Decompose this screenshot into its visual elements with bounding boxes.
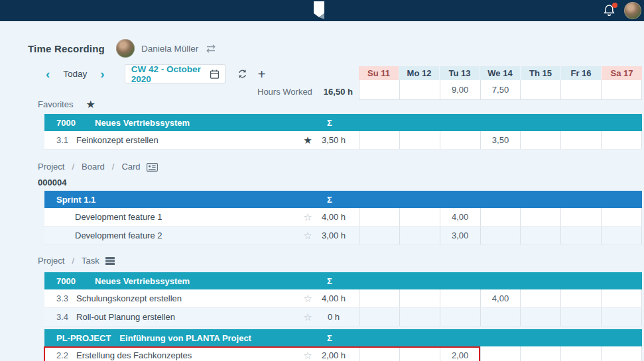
row-total-hours: 0 h — [314, 308, 354, 326]
time-entry-cell[interactable]: 3,00 — [440, 227, 481, 244]
time-entry-cell[interactable] — [400, 308, 440, 326]
time-entry-cell[interactable] — [440, 289, 481, 307]
title-row: Time Recording Daniela Müller — [28, 38, 644, 58]
time-entry-cell[interactable]: 4,00 — [481, 289, 521, 307]
time-entry-cell[interactable] — [400, 208, 440, 226]
task-code — [56, 227, 67, 244]
group-header: 7000Neues VertriebssystemΣ — [44, 114, 642, 131]
today-button[interactable]: Today — [63, 69, 87, 79]
week-picker[interactable]: CW 42 - October 2020 — [125, 64, 225, 83]
previous-week-button[interactable]: ‹ — [44, 68, 51, 80]
breadcrumb-separator: / — [72, 160, 74, 174]
time-entry-cell[interactable] — [521, 346, 561, 361]
group-code: PL-PROJECT — [56, 333, 111, 343]
card-icon — [147, 163, 158, 172]
next-week-button[interactable]: › — [99, 68, 105, 80]
time-entry-cell[interactable]: 4,00 — [440, 208, 481, 226]
time-entry-cell[interactable] — [602, 289, 642, 307]
time-entry-cell[interactable] — [481, 346, 521, 361]
add-booking-button[interactable]: + — [258, 68, 266, 81]
favorite-star-icon[interactable]: ☆ — [300, 227, 315, 244]
time-entry-cell[interactable] — [359, 131, 400, 149]
task-name: Schulungskonzept erstellen — [76, 289, 182, 307]
time-entry-cell[interactable] — [359, 346, 400, 361]
booking-group: 7000Neues VertriebssystemΣ3.1Feinkonzept… — [44, 114, 642, 150]
booking-row: 3.1Feinkonzept erstellen★3,50 h3,50 — [44, 131, 642, 150]
notifications-bell-icon[interactable] — [602, 3, 617, 19]
time-entry-cell[interactable] — [561, 346, 602, 361]
favorite-star-icon[interactable]: ☆ — [300, 308, 315, 326]
group-code: 7000 — [56, 118, 86, 128]
breadcrumb-part: Project — [38, 160, 64, 174]
page-title: Time Recording — [28, 43, 105, 54]
favorite-star-icon[interactable]: ★ — [300, 131, 315, 149]
time-entry-cell[interactable] — [561, 208, 602, 226]
task-link[interactable]: 3.1Feinkonzept erstellen — [56, 131, 159, 149]
topbar-user-avatar[interactable] — [624, 2, 641, 19]
row-total-hours: 4,00 h — [314, 289, 354, 307]
favorite-star-icon[interactable]: ☆ — [300, 346, 315, 361]
time-entry-cell[interactable] — [400, 289, 440, 307]
day-total-cell — [521, 80, 561, 99]
time-entry-cell[interactable] — [521, 208, 561, 226]
time-entry-cell[interactable] — [521, 131, 561, 149]
task-link[interactable]: Development feature 2 — [56, 227, 162, 244]
booking-group: 7000Neues VertriebssystemΣ3.3Schulungsko… — [44, 272, 642, 327]
time-entry-cell[interactable] — [602, 346, 642, 361]
refresh-icon[interactable] — [237, 69, 247, 79]
day-total-cell — [400, 80, 440, 99]
time-entry-cell[interactable]: 2,00 — [440, 346, 481, 361]
breadcrumb-part: Task — [82, 254, 99, 268]
time-entry-cell[interactable] — [561, 227, 602, 244]
week-navigation: ‹ Today › CW 42 - October 2020 — [44, 64, 265, 83]
favorite-star-icon[interactable]: ☆ — [300, 208, 315, 226]
task-link[interactable]: 3.3Schulungskonzept erstellen — [56, 289, 182, 307]
group-header: Sprint 1.1Σ — [44, 191, 642, 208]
time-entry-cell[interactable] — [521, 308, 561, 326]
day-header-cell: Mo 12 — [399, 66, 439, 80]
booking-row: Development feature 1☆4,00 h4,00 — [44, 208, 642, 227]
hours-worked-value: 16,50 h — [324, 87, 353, 97]
planta-logo-icon[interactable] — [310, 1, 328, 23]
task-name: Roll-out Planung erstellen — [76, 308, 175, 326]
time-entry-cell[interactable] — [602, 227, 642, 244]
time-entry-cell[interactable] — [521, 289, 561, 307]
time-entry-cell[interactable] — [400, 346, 440, 361]
sum-symbol: Σ — [323, 333, 336, 343]
time-entry-cell[interactable] — [602, 308, 642, 326]
favorite-star-icon[interactable]: ☆ — [300, 289, 315, 307]
time-entry-cell[interactable] — [481, 208, 521, 226]
time-entry-cell[interactable] — [400, 227, 440, 244]
row-day-cells — [359, 308, 642, 326]
sum-symbol: Σ — [323, 195, 336, 205]
time-entry-cell[interactable] — [602, 208, 642, 226]
time-entry-cell[interactable] — [400, 131, 440, 149]
group-code: 7000 — [56, 276, 86, 286]
group-header: 7000Neues VertriebssystemΣ — [44, 272, 642, 289]
time-entry-cell[interactable]: 3,50 — [481, 131, 521, 149]
time-entry-cell[interactable] — [602, 131, 642, 149]
time-entry-cell[interactable] — [561, 308, 602, 326]
time-entry-cell[interactable] — [440, 308, 481, 326]
user-name: Daniela Müller — [141, 44, 198, 54]
group-title: Sprint 1.1 — [56, 195, 96, 205]
calendar-icon[interactable] — [210, 70, 219, 79]
task-link[interactable]: Development feature 1 — [56, 208, 162, 226]
row-total-hours: 3,50 h — [314, 131, 354, 149]
task-code: 3.1 — [56, 131, 68, 149]
time-entry-cell[interactable] — [359, 227, 400, 244]
switch-user-icon[interactable] — [205, 44, 217, 53]
breadcrumb-part: Card — [121, 160, 140, 174]
task-link[interactable]: 3.4Roll-out Planung erstellen — [56, 308, 175, 326]
time-entry-cell[interactable] — [440, 131, 481, 149]
time-entry-cell[interactable] — [481, 308, 521, 326]
hours-worked-label: Hours Worked — [257, 87, 312, 97]
time-entry-cell[interactable] — [521, 227, 561, 244]
time-entry-cell[interactable] — [561, 131, 602, 149]
time-entry-cell[interactable] — [561, 289, 602, 307]
time-entry-cell[interactable] — [481, 227, 521, 244]
time-entry-cell[interactable] — [359, 289, 400, 307]
time-entry-cell[interactable] — [359, 208, 400, 226]
task-link[interactable]: 2.2Erstellung des Fachkonzeptes — [56, 346, 192, 361]
time-entry-cell[interactable] — [359, 308, 400, 326]
